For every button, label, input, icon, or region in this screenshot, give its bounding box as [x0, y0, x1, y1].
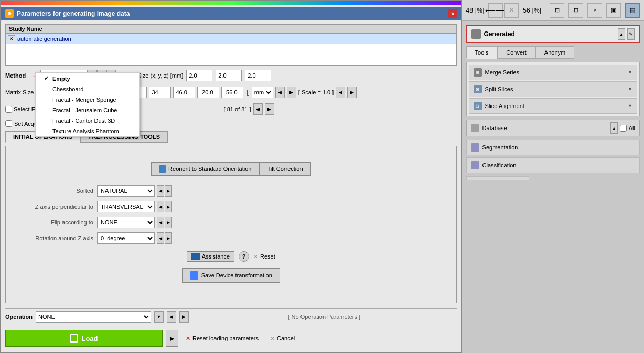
matrix-val3[interactable]: [221, 87, 243, 98]
save-device-button[interactable]: Save Device transformation: [182, 268, 280, 283]
rotation-prev[interactable]: ◀: [157, 232, 164, 244]
class-progress-bar: [466, 176, 529, 180]
frames-next-btn[interactable]: ▶: [265, 103, 274, 115]
grid-btn[interactable]: ⊞: [550, 3, 564, 18]
segmentation-icon: [471, 143, 479, 152]
study-name-row: ✕ automatic generation: [6, 34, 456, 44]
classification-label: Classification: [482, 162, 517, 168]
reset-x-icon: ✕: [253, 253, 258, 260]
tilt-correction-button[interactable]: Tilt Correction: [259, 162, 310, 176]
rotation-next[interactable]: ▶: [165, 232, 172, 244]
split-slices-label: ⊠ Split Slices: [474, 85, 513, 93]
matrix-val2[interactable]: [197, 87, 219, 98]
study-name-remove[interactable]: ✕: [8, 35, 15, 42]
frames-prev-btn[interactable]: ◀: [253, 103, 263, 115]
gen-up-arrow[interactable]: ▲: [618, 28, 625, 40]
select-frames-checkbox[interactable]: [5, 106, 12, 113]
operation-select[interactable]: NONE: [36, 311, 151, 323]
merge-series-label: ⊞ Merge Series: [474, 68, 519, 77]
z-axis-prev[interactable]: ◀: [157, 201, 164, 212]
method-dropdown-menu: ✓ Empty Chessboard Fractal - Menger Spon…: [35, 72, 140, 137]
x-btn[interactable]: ✕: [504, 3, 519, 18]
sorted-next[interactable]: ▶: [165, 185, 172, 197]
seg-class-section: Segmentation Classification: [466, 140, 640, 180]
flip-select[interactable]: NONE: [97, 217, 155, 228]
scale-prev-btn[interactable]: ◀: [336, 87, 345, 98]
study-name-empty-area: [6, 44, 456, 65]
operations-panel: Reorient to Standard Orientation Tilt Co…: [5, 146, 457, 303]
flip-prev[interactable]: ◀: [157, 217, 164, 228]
flip-nav: ◀ ▶: [157, 217, 172, 228]
reset-loading-button[interactable]: ✕ Reset loading parameters: [181, 333, 263, 345]
frame-btn[interactable]: ▣: [606, 3, 621, 18]
rotation-select[interactable]: 0_degree: [97, 232, 155, 244]
slider-icon[interactable]: ⟵⟶: [488, 3, 503, 18]
dropdown-item-cantor[interactable]: Fractal - Cantor Dust 3D: [36, 115, 139, 126]
classification-item[interactable]: Classification: [466, 157, 640, 173]
flip-next[interactable]: ▶: [165, 217, 172, 228]
mm-next-btn[interactable]: ▶: [287, 87, 296, 98]
cancel-button[interactable]: ✕ Cancel: [266, 333, 299, 345]
load-icon: [70, 334, 78, 343]
mm-unit-select[interactable]: mm: [252, 87, 273, 98]
slice-alignment-item[interactable]: ⊟ Slice Alignment ▼: [469, 98, 637, 114]
split-slices-item[interactable]: ⊠ Split Slices ▼: [469, 81, 637, 97]
tab-convert[interactable]: Convert: [497, 46, 535, 59]
sorted-row: Sorted: NATURAL ◀ ▶: [11, 184, 451, 198]
pixel-size-z[interactable]: [245, 70, 271, 81]
cursor-btn[interactable]: ⌖: [587, 3, 602, 18]
tool-tabs: Tools Convert Anonym: [466, 46, 640, 59]
scale-next-btn[interactable]: ▶: [347, 87, 357, 98]
dialog-title: Parameters for generating image data: [17, 10, 130, 17]
z-axis-label: Z axis perpendicular to:: [11, 204, 95, 210]
study-name-header: Study Name: [6, 25, 456, 34]
matrix-val1[interactable]: [173, 87, 195, 98]
dialog-content: Study Name ✕ automatic generation Method…: [1, 20, 461, 352]
tab-anonym[interactable]: Anonym: [535, 46, 574, 59]
segmentation-item[interactable]: Segmentation: [466, 140, 640, 155]
op-next-btn[interactable]: ▶: [179, 311, 189, 323]
merge-icon: ⊞: [474, 68, 482, 77]
grid-down-btn[interactable]: ⊟: [568, 3, 583, 18]
matrix-frames[interactable]: [149, 87, 171, 98]
tool-items: ⊞ Merge Series ▼ ⊠ Split Slices ▼ ⊟ Slic…: [466, 62, 640, 116]
pixel-size-x[interactable]: [186, 70, 212, 81]
main-dialog: ⚙ Parameters for generating image data ✕…: [0, 0, 462, 353]
gen-down-arrow[interactable]: ✎: [627, 28, 635, 40]
op-dropdown-btn[interactable]: ▼: [154, 311, 164, 323]
dropdown-item-empty[interactable]: ✓ Empty: [36, 73, 139, 84]
dropdown-item-jerusalem[interactable]: Fractal - Jerusalem Cube: [36, 105, 139, 115]
dropdown-item-texture[interactable]: Texture Analysis Phantom: [36, 126, 139, 136]
z-axis-select[interactable]: TRANSVERSAL: [97, 201, 155, 212]
pixel-size-y[interactable]: [216, 70, 242, 81]
monitor-btn[interactable]: ▤: [625, 3, 640, 18]
load-button[interactable]: Load: [5, 330, 163, 347]
assistance-button[interactable]: Assistance: [187, 251, 234, 262]
db-all-label: All: [629, 125, 635, 131]
set-time-checkbox[interactable]: [5, 120, 12, 127]
reorient-icon: [159, 165, 166, 173]
generated-label-container: Generated: [471, 29, 515, 39]
z-axis-next[interactable]: ▶: [165, 201, 172, 212]
db-controls: ▲ All: [610, 122, 635, 134]
help-button[interactable]: ?: [239, 251, 249, 262]
reorient-button[interactable]: Reorient to Standard Orientation: [151, 162, 259, 176]
tab-tools[interactable]: Tools: [466, 46, 498, 59]
rotation-row: Rotation around Z axis: 0_degree ◀ ▶: [11, 231, 451, 245]
reset-button[interactable]: ✕ Reset: [253, 253, 275, 260]
dropdown-item-menger[interactable]: Fractal - Menger Sponge: [36, 94, 139, 105]
segmentation-label: Segmentation: [482, 144, 518, 151]
operation-row: Operation NONE ▼ ◀ ▶ [ No Operation Para…: [5, 308, 457, 325]
close-button[interactable]: ✕: [448, 9, 457, 18]
classification-icon: [471, 161, 479, 169]
mm-prev-btn[interactable]: ◀: [275, 87, 285, 98]
db-all-checkbox[interactable]: [620, 125, 627, 132]
play-button[interactable]: ▶: [166, 330, 178, 347]
sorted-select[interactable]: NATURAL: [97, 185, 155, 197]
db-up-arrow[interactable]: ▲: [610, 122, 618, 134]
dropdown-item-chessboard[interactable]: Chessboard: [36, 84, 139, 94]
database-section: Database ▲ All: [466, 120, 640, 136]
op-prev-btn[interactable]: ◀: [167, 311, 176, 323]
sorted-prev[interactable]: ◀: [157, 185, 164, 197]
merge-series-item[interactable]: ⊞ Merge Series ▼: [469, 65, 637, 80]
